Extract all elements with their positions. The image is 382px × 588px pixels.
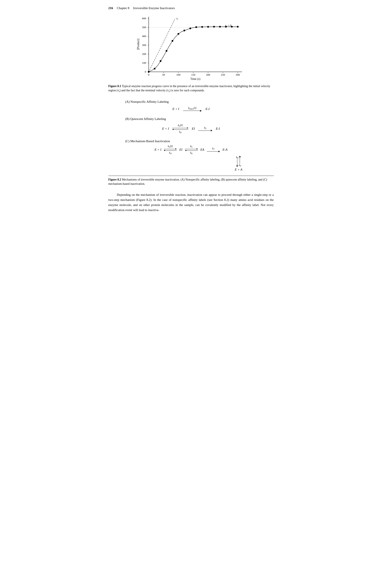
svg-point-46 [207,26,209,27]
svg-text:300: 300 [236,73,240,76]
mechanism-B-arrow2-label: k5 [204,126,206,130]
svg-point-48 [219,26,221,27]
mechanism-C-vertical: k8 k9 E + A [108,156,274,171]
svg-text:0: 0 [148,73,149,76]
svg-point-49 [225,26,227,27]
svg-point-43 [189,27,191,29]
svg-text:0: 0 [145,70,146,73]
mechanism-C: (C) Mechanism-Based Inactivation E + I k… [108,139,274,171]
svg-point-38 [160,60,161,62]
svg-point-45 [201,26,203,28]
svg-text:250: 250 [221,73,225,76]
mechanism-B-label: (B) Quiescent Affinity Labeling [108,117,274,121]
mechanism-B-fwd-label: k3[I] [178,124,183,127]
svg-text:200: 200 [142,52,146,56]
main-text: Depending on the mechanism of irreversib… [108,192,274,212]
svg-point-42 [183,30,185,31]
mechanism-B: (B) Quiescent Affinity Labeling E + I k3… [108,117,274,135]
mechanism-C-row1: E + I k3[I] k4 [155,145,227,155]
svg-point-36 [148,71,150,73]
svg-point-40 [172,40,173,42]
figure1-caption: Figure 8.1 Typical enzyme reaction progr… [108,84,274,93]
svg-text:400: 400 [142,35,146,38]
svg-point-50 [231,26,233,27]
svg-text:200: 200 [206,73,210,76]
mechanism-B-left: E + I [162,127,169,130]
mechanism-A-arrow-label: kinact[I] [188,106,196,110]
chapter-label: Chapter 8 [117,6,129,10]
mechanism-A-right: E-I [205,107,210,111]
mechanism-A-left: E + I [172,107,179,111]
main-paragraph: Depending on the mechanism of irreversib… [108,192,274,212]
figure1-container: 0 100 200 300 400 500 600 0 50 [108,15,274,93]
mechanism-B-right: E-I [216,127,220,130]
figure2-caption: Figure 8.2 Mechanisms of irreversible en… [108,178,267,185]
mechanisms-section: (A) Nonspecific Affinity Labeling E + I … [108,100,274,171]
svg-point-47 [213,26,215,27]
page-header: 216 Chapter 8 Irreversible Enzyme Inacti… [108,6,274,10]
svg-text:100: 100 [176,73,180,76]
svg-text:Time (s): Time (s) [190,77,201,81]
mechanism-A: (A) Nonspecific Affinity Labeling E + I … [108,100,274,113]
svg-text:300: 300 [142,43,146,47]
svg-text:50: 50 [162,73,165,76]
svg-point-39 [166,50,167,52]
chart-area: 0 100 200 300 400 500 600 0 50 [136,15,246,83]
svg-text:100: 100 [142,61,146,64]
figure2-caption-text: Mechanisms of irreversible enzyme inacti… [108,178,267,185]
figure2-caption-label: Figure 8.2 [108,178,121,181]
chapter-title: Irreversible Enzyme Inactivators [133,6,175,10]
mechanism-C-reactions: E + I k3[I] k4 [108,145,274,171]
svg-text:500: 500 [142,26,146,29]
svg-point-37 [154,68,156,69]
page-number: 216 [108,6,113,10]
figure1-chart: 0 100 200 300 400 500 600 0 50 [136,15,246,83]
svg-text:vi: vi [176,17,178,20]
mechanism-A-reaction: E + I kinact[I] E-I [108,105,274,113]
figure1-caption-text: Typical enzyme reaction progress curve i… [108,84,270,92]
svg-text:150: 150 [191,73,195,76]
svg-text:600: 600 [142,17,146,20]
svg-text:[Product]: [Product] [136,39,140,50]
svg-point-51 [237,26,239,27]
figure1-caption-label: Figure 8.1 [108,84,121,88]
svg-point-44 [195,26,197,28]
mechanism-B-reaction: E + I k3[I] k4 EI k5 [108,123,274,135]
svg-point-41 [178,33,179,35]
mechanism-B-rev-label: k4 [179,130,181,134]
mechanism-C-label: (C) Mechanism-Based Inactivation [108,139,274,143]
figure2-caption-block: Figure 8.2 Mechanisms of irreversible en… [108,176,274,186]
arrowhead-A [200,110,202,112]
arrow-line-A [183,111,200,111]
mechanism-B-middle: EI [192,127,195,130]
mechanism-A-label: (A) Nonspecific Affinity Labeling [108,100,274,104]
svg-line-32 [149,19,175,72]
